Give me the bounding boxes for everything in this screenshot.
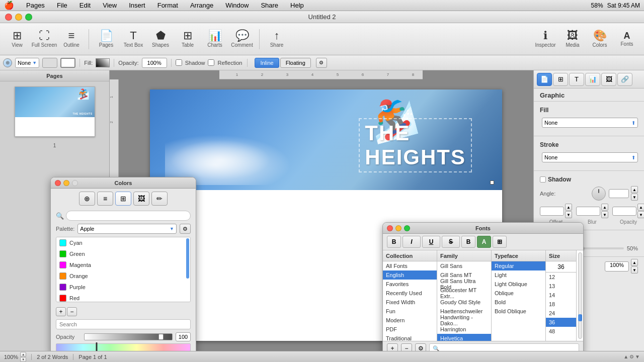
menu-help[interactable]: Help: [288, 2, 306, 9]
color-add-btn[interactable]: +: [56, 307, 66, 316]
opacity-input[interactable]: 100%: [142, 58, 167, 68]
textbox-button[interactable]: T Text Box: [120, 26, 146, 53]
shadow-opacity-down[interactable]: ▼: [637, 211, 644, 218]
opacity-thumb[interactable]: [158, 334, 164, 340]
reflection-checkbox[interactable]: [208, 59, 214, 66]
color-item-magenta[interactable]: Magenta: [56, 259, 190, 270]
typeface-list[interactable]: Regular Light Light Oblique Oblique Bold…: [492, 261, 545, 341]
minimize-button[interactable]: [15, 14, 22, 21]
color-item-orange[interactable]: Orange: [56, 270, 190, 282]
collection-fun[interactable]: Fun: [383, 307, 437, 316]
font-strikethrough-btn[interactable]: S̶: [442, 236, 460, 248]
font-bold-btn[interactable]: B: [387, 236, 401, 248]
apple-menu[interactable]: 🍎: [4, 1, 14, 10]
typeface-oblique[interactable]: Oblique: [492, 289, 545, 298]
typeface-bold-oblique[interactable]: Bold Oblique: [492, 307, 545, 316]
size-24[interactable]: 24: [546, 309, 576, 318]
color-item-purple[interactable]: Purple: [56, 282, 190, 293]
table-button[interactable]: ⊞ Table: [175, 26, 201, 53]
color-tab-sliders[interactable]: ≡: [97, 192, 113, 206]
close-button[interactable]: [5, 14, 12, 21]
fill-dropdown[interactable]: None ⬆: [542, 118, 638, 128]
menu-edit[interactable]: Edit: [77, 2, 93, 9]
shadow-opacity-up[interactable]: ▲: [637, 204, 644, 211]
fullscreen-button[interactable]: ⛶ Full Screen: [31, 26, 57, 53]
menu-insert[interactable]: Insert: [127, 2, 147, 9]
typeface-bold[interactable]: Bold: [492, 298, 545, 307]
collection-list[interactable]: All Fonts English Favorites Recently Use…: [383, 261, 437, 341]
menu-file[interactable]: File: [55, 2, 69, 9]
charts-button[interactable]: 📊 Charts: [202, 26, 228, 53]
offset-up[interactable]: ▲: [565, 204, 572, 211]
page-thumbnail[interactable]: 🏂 THE HEIGHTS: [15, 86, 95, 137]
nav-settings[interactable]: ⚙: [629, 354, 634, 359]
family-gloucester[interactable]: Gloucester MT Extr...: [437, 289, 491, 298]
collection-all-fonts[interactable]: All Fonts: [383, 261, 437, 270]
blur-up[interactable]: ▲: [601, 204, 608, 211]
style-dropdown[interactable]: None ▼: [15, 58, 39, 68]
outline-button[interactable]: ≡ Outline: [58, 26, 85, 53]
typeface-light[interactable]: Light: [492, 270, 545, 280]
style-picker-icon[interactable]: ⊕: [3, 58, 12, 67]
zoom-up[interactable]: ▲: [631, 259, 638, 266]
colors-search-input-top[interactable]: [66, 211, 191, 221]
shadow-opacity-input[interactable]: [612, 207, 636, 216]
selection-handle-bl[interactable]: [490, 180, 494, 185]
nav-down[interactable]: ▼: [635, 354, 640, 359]
menu-share[interactable]: Share: [259, 2, 280, 9]
color-spectrum[interactable]: [56, 343, 191, 351]
maximize-button[interactable]: [25, 14, 32, 21]
inspector-tab-doc[interactable]: 📄: [537, 73, 552, 86]
angle-down[interactable]: ▼: [631, 194, 638, 201]
colors-min-btn[interactable]: [63, 180, 69, 186]
size-13[interactable]: 13: [546, 282, 576, 291]
nav-up[interactable]: ▲: [623, 354, 628, 359]
blur-input[interactable]: [576, 207, 600, 216]
family-helvetica[interactable]: Helvetica: [437, 334, 491, 341]
inspector-tab-layout[interactable]: ⊞: [553, 73, 568, 86]
size-slider-handle[interactable]: [578, 314, 582, 321]
collection-recently-used[interactable]: Recently Used: [383, 289, 437, 298]
size-slider-track[interactable]: [578, 252, 582, 339]
collection-favorites[interactable]: Favorites: [383, 280, 437, 289]
color-item-green[interactable]: Green: [56, 248, 190, 259]
font-more-btn[interactable]: ⊞: [493, 236, 507, 248]
stroke-dropdown[interactable]: None ⬆: [542, 152, 638, 162]
color-tab-pencils[interactable]: ✏: [151, 192, 168, 206]
colors-search-input-bottom[interactable]: [56, 319, 191, 329]
menu-pages[interactable]: Pages: [24, 2, 47, 9]
color-item-cyan[interactable]: Cyan: [56, 237, 190, 248]
fill-color-picker[interactable]: [96, 58, 110, 67]
offset-down[interactable]: ▼: [565, 211, 572, 218]
share-button[interactable]: ↑ Share: [264, 26, 290, 53]
size-list[interactable]: 12 13 14 18 24 36 48: [546, 273, 576, 341]
shadow-checkbox[interactable]: [176, 59, 182, 66]
typeface-light-oblique[interactable]: Light Oblique: [492, 280, 545, 289]
inspector-tab-chart[interactable]: 📊: [585, 73, 600, 86]
colors-close-btn[interactable]: [55, 180, 61, 186]
color-tab-wheel[interactable]: ⊕: [79, 192, 95, 206]
fonts-max-btn[interactable]: [404, 225, 410, 231]
fonts-close-btn[interactable]: [387, 225, 393, 231]
collection-traditional[interactable]: Traditional: [383, 334, 437, 341]
size-48[interactable]: 48: [546, 327, 576, 336]
floating-tab[interactable]: Floating: [280, 58, 311, 68]
menu-window[interactable]: Window: [223, 2, 251, 9]
angle-input[interactable]: [609, 189, 629, 198]
font-underline-btn[interactable]: U: [422, 236, 440, 248]
typeface-regular[interactable]: Regular: [492, 261, 545, 270]
palette-gear-btn[interactable]: ⚙: [180, 224, 191, 234]
inline-tab[interactable]: Inline: [255, 58, 279, 68]
size-input-field[interactable]: 36: [546, 261, 576, 273]
palette-dropdown[interactable]: Apple ▼: [77, 224, 177, 234]
colors-list[interactable]: Cyan Green Magenta Orange Purple Red: [56, 237, 191, 302]
menu-arrange[interactable]: Arrange: [188, 2, 215, 9]
size-18[interactable]: 18: [546, 300, 576, 309]
fonts-min-btn[interactable]: [395, 225, 401, 231]
view-button[interactable]: ⊞ View: [4, 26, 30, 53]
blur-down[interactable]: ▼: [601, 211, 608, 218]
color-tab-image[interactable]: 🖼: [133, 192, 149, 206]
inspector-tab-link[interactable]: 🔗: [617, 73, 632, 86]
font-green-btn[interactable]: A: [477, 236, 491, 248]
collection-english[interactable]: English: [383, 270, 437, 280]
